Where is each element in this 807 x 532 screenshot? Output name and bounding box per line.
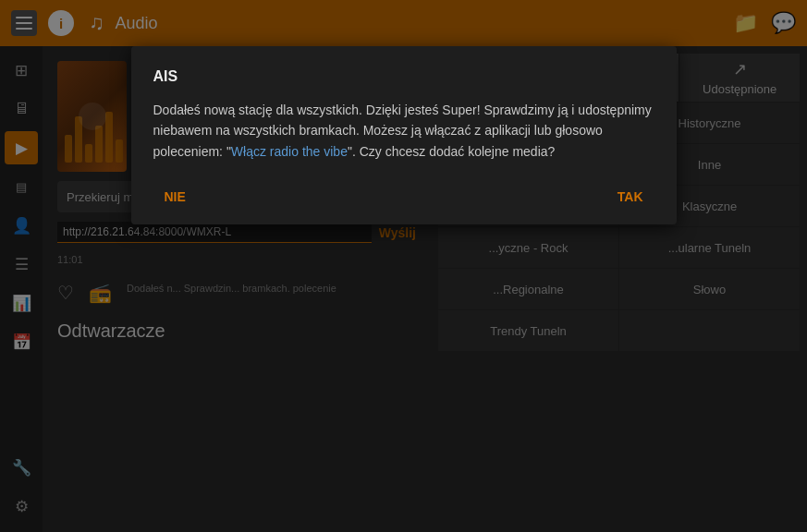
dialog-overlay: AIS Dodałeś nową stację dla wszystkich. …: [0, 0, 807, 532]
dialog: AIS Dodałeś nową stację dla wszystkich. …: [131, 46, 677, 224]
dialog-no-button[interactable]: NIE: [153, 184, 197, 210]
dialog-actions: NIE TAK: [153, 184, 654, 210]
dialog-highlight: Włącz radio the vibe: [231, 144, 348, 159]
dialog-yes-button[interactable]: TAK: [606, 184, 654, 210]
dialog-title: AIS: [153, 68, 654, 85]
dialog-body-after: ". Czy chcesz dodać kolejne media?: [348, 144, 555, 159]
dialog-body: Dodałeś nową stację dla wszystkich. Dzię…: [153, 100, 654, 162]
